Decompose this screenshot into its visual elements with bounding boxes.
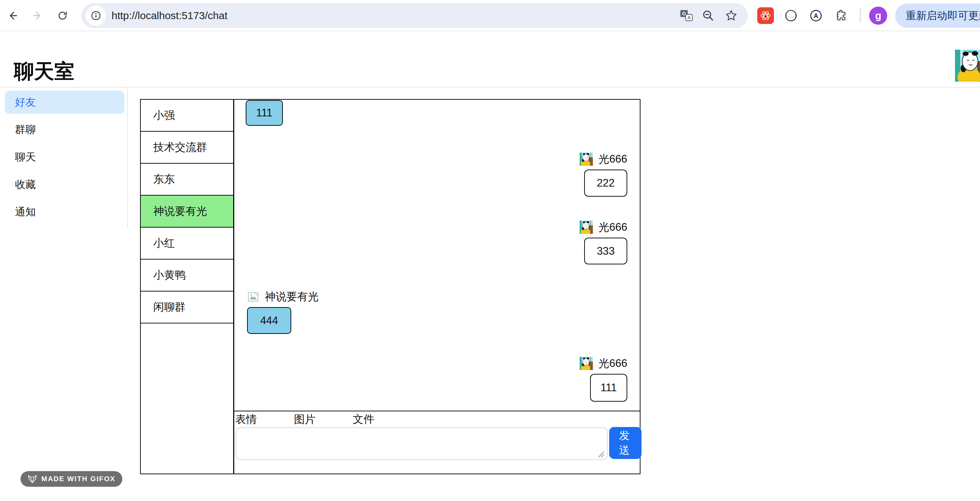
- url-text[interactable]: http://localhost:5173/chat: [111, 10, 228, 22]
- meme-avatar-icon: [955, 50, 980, 82]
- contact-row[interactable]: 东东: [141, 164, 233, 196]
- sidebar-item-group-chat[interactable]: 群聊: [5, 118, 124, 142]
- relaunch-to-update-label: 重新启动即可更新: [906, 9, 980, 23]
- json-viewer-extension-button[interactable]: {...}: [783, 7, 799, 24]
- message-author: 光666: [598, 356, 627, 371]
- browser-profile-button[interactable]: g: [869, 6, 887, 25]
- message-bubble: 222: [584, 170, 627, 197]
- header-divider: [0, 87, 980, 87]
- browser-forward-button[interactable]: [30, 8, 46, 24]
- contact-list: 小强 技术交流群 东东 神说要有光 小红 小黄鸭 闲聊群: [140, 99, 234, 474]
- broken-image-icon: [247, 291, 259, 303]
- message-header: 神说要有光: [247, 289, 319, 304]
- user-avatar-icon: [580, 221, 593, 234]
- page-title: 聊天室: [14, 58, 74, 85]
- site-info-button[interactable]: [86, 6, 106, 26]
- sidebar-item-friends[interactable]: 好友: [5, 91, 124, 114]
- message-text: 444: [260, 315, 278, 327]
- sidebar-item-label: 聊天: [15, 150, 36, 164]
- user-avatar-icon: [580, 357, 593, 370]
- braces-icon: {...}: [784, 8, 798, 23]
- contact-name: 东东: [153, 172, 175, 186]
- message-bubble: 111: [590, 374, 627, 402]
- browser-reload-button[interactable]: [54, 8, 70, 24]
- react-devtools-extension-button[interactable]: [757, 7, 774, 24]
- forward-icon: [32, 10, 43, 22]
- contact-row[interactable]: 技术交流群: [141, 132, 233, 164]
- message-row: 光666 333: [580, 220, 627, 264]
- translate-button[interactable]: G A: [679, 8, 694, 23]
- translate-icon: G A: [679, 9, 693, 22]
- a-letter-extension-button[interactable]: A: [808, 7, 824, 24]
- sidebar-item-label: 群聊: [15, 122, 36, 137]
- made-with-gifox-badge[interactable]: MADE WITH GIFOX: [21, 471, 123, 487]
- sidebar-item-chat[interactable]: 聊天: [5, 146, 124, 169]
- send-button[interactable]: 发送: [609, 427, 641, 459]
- profile-initial: g: [875, 10, 881, 22]
- contact-name: 小强: [153, 108, 175, 122]
- contact-name: 小黄鸭: [153, 268, 186, 283]
- message-header: 光666: [580, 152, 627, 166]
- message-text: 333: [597, 245, 615, 258]
- message-list: 111 光666 222 光666 333 神说要有光: [234, 100, 640, 411]
- composer: 发送: [234, 427, 640, 474]
- sidebar-item-label: 好友: [15, 95, 36, 110]
- contact-row[interactable]: 小强: [141, 100, 233, 132]
- contact-name: 神说要有光: [153, 204, 207, 218]
- message-bubble: 444: [247, 307, 291, 334]
- chat-toolbar: 表情 图片 文件: [234, 411, 640, 427]
- message-bubble: 111: [246, 100, 283, 126]
- bookmark-button[interactable]: [724, 8, 739, 23]
- contact-name: 技术交流群: [153, 140, 207, 154]
- extensions-menu-button[interactable]: [833, 7, 850, 24]
- chat-panel: 111 光666 222 光666 333 神说要有光: [234, 99, 641, 474]
- sidebar-item-notifications[interactable]: 通知: [5, 200, 124, 224]
- relaunch-to-update-button[interactable]: 重新启动即可更新: [895, 3, 980, 28]
- svg-text:A: A: [687, 15, 691, 20]
- address-bar[interactable]: http://localhost:5173/chat: [81, 3, 748, 28]
- react-devtools-icon: [759, 10, 772, 22]
- message-bubble: 333: [584, 238, 627, 264]
- back-icon: [6, 10, 18, 22]
- a-badge-icon: A: [809, 8, 823, 23]
- message-header: 光666: [580, 220, 627, 234]
- sidebar-item-label: 通知: [15, 205, 36, 219]
- current-user-avatar[interactable]: [955, 50, 980, 82]
- sidebar-nav: 好友 群聊 聊天 收藏 通知: [5, 91, 124, 228]
- contact-row[interactable]: 闲聊群: [141, 291, 233, 323]
- puzzle-icon: [834, 9, 848, 22]
- gifox-badge-label: MADE WITH GIFOX: [41, 475, 115, 483]
- svg-text:{...}: {...}: [785, 14, 797, 18]
- star-icon: [724, 9, 738, 22]
- svg-text:A: A: [813, 12, 818, 19]
- gifox-fox-icon: [27, 475, 37, 484]
- toolbar-separator: [860, 9, 861, 22]
- send-button-label: 发送: [612, 428, 640, 458]
- textarea-resize-handle[interactable]: [597, 450, 605, 459]
- sidebar-item-label: 收藏: [15, 178, 36, 192]
- message-row: 111: [246, 100, 283, 126]
- file-upload-button[interactable]: 文件: [353, 412, 374, 427]
- message-author: 神说要有光: [265, 289, 319, 304]
- message-row: 光666 111: [580, 356, 627, 402]
- contact-row[interactable]: 小黄鸭: [141, 259, 233, 291]
- contact-name: 小红: [153, 236, 175, 250]
- user-avatar-icon: [580, 153, 593, 166]
- contact-name: 闲聊群: [153, 300, 186, 315]
- info-icon: [90, 10, 102, 22]
- zoom-out-button[interactable]: [701, 8, 716, 23]
- message-row: 光666 222: [580, 152, 627, 197]
- emoji-button[interactable]: 表情: [235, 412, 257, 427]
- message-text: 222: [597, 177, 615, 189]
- contact-row-selected[interactable]: 神说要有光: [141, 196, 233, 227]
- zoom-out-icon: [701, 9, 715, 22]
- image-upload-button[interactable]: 图片: [294, 412, 315, 427]
- message-row: 神说要有光 444: [247, 289, 319, 334]
- contact-row[interactable]: 小红: [141, 227, 233, 259]
- message-text: 111: [600, 382, 617, 394]
- sidebar-divider: [127, 87, 128, 227]
- message-author: 光666: [598, 152, 627, 166]
- browser-back-button[interactable]: [5, 8, 21, 24]
- message-input[interactable]: [235, 427, 608, 460]
- sidebar-item-favorites[interactable]: 收藏: [5, 173, 124, 196]
